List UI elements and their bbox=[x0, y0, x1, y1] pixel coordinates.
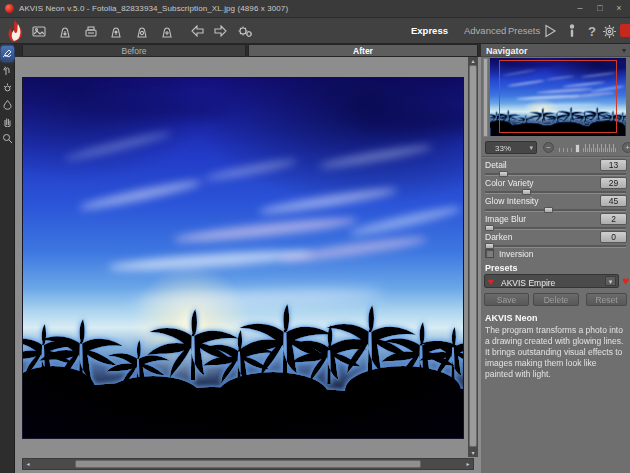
navigator-collapse-icon[interactable]: ▾ bbox=[622, 46, 626, 55]
preview-brush-tool[interactable] bbox=[1, 46, 14, 61]
title-bar: AKVIS Neon v.5.0 - Fotolia_82833934_Subs… bbox=[0, 0, 630, 18]
param-value-field[interactable]: 45 bbox=[600, 195, 627, 207]
mode-advanced[interactable]: Advanced bbox=[464, 25, 506, 36]
preferences-gear-icon[interactable] bbox=[599, 21, 619, 41]
scroll-down-icon[interactable]: ▾ bbox=[468, 449, 478, 457]
chevron-down-icon[interactable]: ▾ bbox=[605, 276, 616, 286]
param-row: Glow Intensity45 bbox=[481, 195, 630, 213]
batch-processing-button[interactable] bbox=[234, 21, 256, 41]
param-value-field[interactable]: 0 bbox=[600, 231, 627, 243]
neon-photo-scene bbox=[23, 78, 464, 439]
parameter-sliders: Detail13Color Variety29Glow Intensity45I… bbox=[481, 159, 630, 249]
app-icon bbox=[5, 4, 14, 13]
param-row: Detail13 bbox=[481, 159, 630, 177]
preset-selected-value: AKVIS Empire bbox=[501, 278, 555, 288]
param-label: Glow Intensity bbox=[485, 196, 538, 206]
presets-section-label: Presets bbox=[485, 263, 518, 273]
navigator-header[interactable]: Navigator ▾ bbox=[481, 44, 630, 57]
main-toolbar: Express Advanced Presets ? bbox=[0, 18, 630, 44]
zoom-in-button[interactable]: + bbox=[622, 142, 630, 153]
panel-scrollbar[interactable] bbox=[483, 58, 488, 137]
param-label: Detail bbox=[485, 160, 507, 170]
scroll-up-icon[interactable]: ▴ bbox=[468, 57, 478, 65]
inversion-checkbox[interactable] bbox=[485, 249, 494, 258]
param-value-field[interactable]: 2 bbox=[600, 213, 627, 225]
zoom-level-select[interactable]: 33% ▾ bbox=[485, 141, 537, 154]
favorite-heart-icon[interactable]: ♥ bbox=[622, 274, 629, 288]
about-title: AKVIS Neon bbox=[485, 313, 538, 323]
print-button[interactable] bbox=[80, 21, 102, 41]
horizontal-scrollbar[interactable]: ◂ ▸ bbox=[22, 458, 474, 470]
param-label: Color Variety bbox=[485, 178, 534, 188]
preset-dropdown[interactable]: ♥ AKVIS Empire ▾ bbox=[484, 274, 619, 288]
undo-button[interactable] bbox=[186, 21, 208, 41]
info-icon[interactable] bbox=[562, 21, 582, 41]
view-tabstrip: Before After bbox=[15, 44, 481, 57]
load-presets-button[interactable] bbox=[131, 21, 153, 41]
vertical-scrollbar[interactable]: ▴ ▾ bbox=[468, 57, 478, 457]
mode-presets[interactable]: Presets bbox=[508, 25, 540, 36]
save-image-button[interactable] bbox=[54, 21, 76, 41]
zoom-out-button[interactable]: − bbox=[543, 142, 554, 153]
result-image[interactable] bbox=[22, 77, 464, 439]
hand-pan-tool[interactable] bbox=[1, 114, 14, 129]
tool-column bbox=[0, 44, 15, 473]
vertical-scroll-thumb[interactable] bbox=[469, 65, 477, 447]
zoom-controls: 33% ▾ − + bbox=[481, 140, 630, 156]
param-slider-track[interactable] bbox=[485, 245, 626, 248]
zoom-tool[interactable] bbox=[1, 131, 14, 146]
mode-express[interactable]: Express bbox=[411, 25, 448, 36]
tab-before[interactable]: Before bbox=[22, 44, 246, 57]
param-label: Darken bbox=[485, 232, 512, 242]
param-slider-track[interactable] bbox=[485, 191, 626, 194]
param-label: Image Blur bbox=[485, 214, 526, 224]
save-preset-button[interactable]: Save bbox=[484, 293, 529, 306]
window-title: AKVIS Neon v.5.0 - Fotolia_82833934_Subs… bbox=[19, 4, 288, 13]
reset-preset-button[interactable]: Reset bbox=[586, 293, 627, 306]
save-presets-button[interactable] bbox=[156, 21, 178, 41]
inversion-label: Inversion bbox=[499, 249, 534, 259]
settings-panel: 33% ▾ − + Detail13Color Variety29Glow In… bbox=[481, 57, 630, 473]
scroll-right-icon[interactable]: ▸ bbox=[463, 459, 473, 469]
run-icon[interactable] bbox=[540, 21, 560, 41]
redo-button[interactable] bbox=[209, 21, 231, 41]
buy-icon[interactable] bbox=[620, 24, 630, 37]
navigator-title: Navigator bbox=[486, 46, 528, 56]
horizontal-scroll-thumb[interactable] bbox=[75, 460, 421, 468]
zoom-slider-handle[interactable] bbox=[575, 144, 580, 153]
app-window: AKVIS Neon v.5.0 - Fotolia_82833934_Subs… bbox=[0, 0, 630, 473]
about-description: The program transforms a photo into a dr… bbox=[485, 325, 626, 380]
chevron-down-icon: ▾ bbox=[529, 144, 533, 152]
param-slider-track[interactable] bbox=[485, 209, 626, 212]
param-row: Darken0 bbox=[481, 231, 630, 249]
param-row: Image Blur2 bbox=[481, 213, 630, 231]
zoom-slider[interactable] bbox=[559, 144, 617, 153]
param-value-field[interactable]: 29 bbox=[600, 177, 627, 189]
param-value-field[interactable]: 13 bbox=[600, 159, 627, 171]
image-canvas: ▴ ▾ ◂ ▸ bbox=[15, 57, 481, 473]
smudge-tool[interactable] bbox=[1, 63, 14, 78]
open-image-button[interactable] bbox=[28, 21, 50, 41]
glow-brush-tool[interactable] bbox=[1, 80, 14, 95]
preset-heart-icon: ♥ bbox=[488, 276, 494, 287]
close-button[interactable]: × bbox=[611, 2, 627, 15]
minimize-button[interactable]: – bbox=[572, 2, 588, 15]
maximize-button[interactable]: □ bbox=[592, 2, 608, 15]
neon-photo-scene bbox=[490, 58, 626, 136]
zoom-level-value: 33% bbox=[495, 144, 511, 153]
scroll-left-icon[interactable]: ◂ bbox=[23, 459, 33, 469]
publish-button[interactable] bbox=[105, 21, 127, 41]
blur-drop-tool[interactable] bbox=[1, 97, 14, 112]
tab-after[interactable]: After bbox=[248, 44, 478, 57]
navigator-thumbnail[interactable] bbox=[490, 58, 626, 136]
akvis-logo-icon bbox=[5, 19, 27, 43]
param-slider-track[interactable] bbox=[485, 227, 626, 230]
delete-preset-button[interactable]: Delete bbox=[533, 293, 579, 306]
param-slider-track[interactable] bbox=[485, 173, 626, 176]
param-row: Color Variety29 bbox=[481, 177, 630, 195]
